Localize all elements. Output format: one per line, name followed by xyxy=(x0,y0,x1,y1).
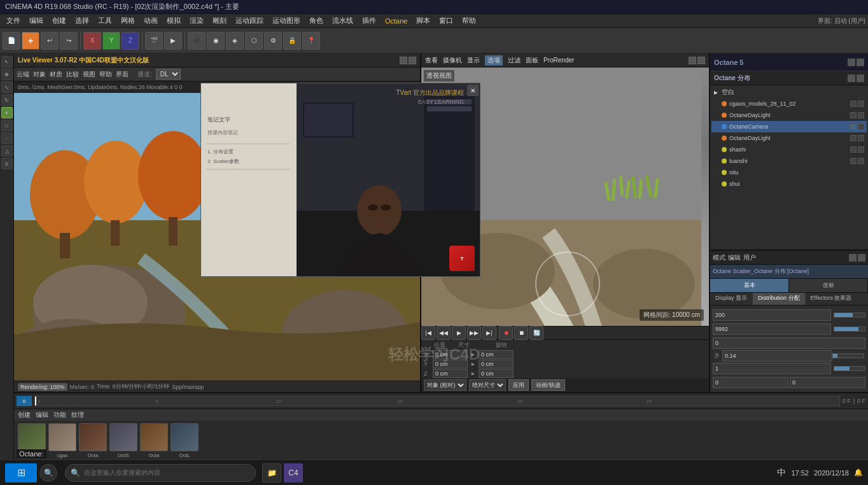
menu-mesh[interactable]: 网格 xyxy=(117,15,139,27)
lv-object[interactable]: 对象 xyxy=(33,70,46,79)
lock-btn2[interactable] xyxy=(858,112,864,118)
menu-simulate[interactable]: 模拟 xyxy=(163,15,185,27)
mat-item-2[interactable]: Octa xyxy=(79,423,107,458)
menu-octane[interactable]: Octane xyxy=(381,16,411,26)
mat-function[interactable]: 功能 xyxy=(53,411,66,419)
menu-plugins[interactable]: 插件 xyxy=(358,15,380,27)
video-close-btn[interactable]: ✕ xyxy=(467,85,479,96)
new-btn[interactable]: 📄 xyxy=(3,32,20,50)
apply-btn[interactable]: 应用 xyxy=(508,379,529,391)
taskbar-explorer[interactable]: 📁 xyxy=(262,463,281,482)
undo-btn[interactable]: ↩ xyxy=(41,32,59,50)
menu-animate[interactable]: 动画 xyxy=(140,15,162,27)
rp-btn2[interactable] xyxy=(857,59,864,66)
props-btn1[interactable] xyxy=(849,254,857,262)
sidebar-move[interactable]: ✥ xyxy=(1,69,13,80)
field-9992-value[interactable]: 9992 xyxy=(713,323,831,335)
rp-min[interactable] xyxy=(848,74,855,82)
z-size-field[interactable] xyxy=(479,369,514,378)
vp-look[interactable]: 查看 xyxy=(425,56,438,65)
redo-btn[interactable]: ↪ xyxy=(60,32,78,50)
play-fwd[interactable]: ▶ xyxy=(452,326,466,340)
menu-script[interactable]: 脚本 xyxy=(412,15,434,27)
sidebar-tool4[interactable]: △ xyxy=(1,145,13,157)
anim-ruler[interactable]: 0 5 10 15 20 25 xyxy=(34,396,840,406)
menu-file[interactable]: 文件 xyxy=(3,15,24,27)
scene-nitu[interactable]: nitu xyxy=(711,167,867,178)
scene-shashi[interactable]: shashi xyxy=(711,144,867,155)
taskbar-cortana[interactable]: 🔍 xyxy=(39,464,57,482)
sidebar-tool1[interactable]: ✦ xyxy=(1,107,13,118)
mat-item-5[interactable]: OctL xyxy=(171,423,199,458)
menu-motion-track[interactable]: 运动跟踪 xyxy=(232,15,267,27)
scene-shui[interactable]: shui xyxy=(711,178,867,190)
lock-btn3[interactable] xyxy=(858,123,864,130)
lv-interface[interactable]: 界面 xyxy=(116,70,129,79)
scene-camera[interactable]: OctaneCamera xyxy=(711,121,867,132)
lv-compare[interactable]: 比较 xyxy=(66,70,79,79)
vp-filter[interactable]: 过滤 xyxy=(508,56,521,65)
mat-item-1[interactable]: cgax xyxy=(48,423,76,458)
animate-btn[interactable]: 动画/轨迹 xyxy=(531,379,565,391)
mat-texture[interactable]: 纹理 xyxy=(71,411,84,419)
tab-basic[interactable]: 基本 xyxy=(710,279,789,292)
y-axis[interactable]: Y xyxy=(102,32,120,50)
menu-pipeline[interactable]: 流水线 xyxy=(328,15,357,27)
next-frame[interactable]: ▶| xyxy=(482,326,496,340)
lock-btn5[interactable] xyxy=(858,146,864,153)
lv-material[interactable]: 材质 xyxy=(50,70,62,79)
align-slider[interactable] xyxy=(832,353,864,358)
vis-btn5[interactable] xyxy=(850,146,857,153)
vis-btn4[interactable] xyxy=(850,135,857,141)
tool6[interactable]: 🔒 xyxy=(283,32,301,50)
play-back[interactable]: ◀◀ xyxy=(437,326,451,340)
start-button[interactable]: ⊞ xyxy=(5,463,37,482)
render-preview[interactable]: 🎬 xyxy=(145,32,163,50)
lv-help[interactable]: 帮助 xyxy=(99,70,112,79)
sidebar-tool2[interactable]: □ xyxy=(1,120,13,131)
lock-btn4[interactable] xyxy=(858,135,864,141)
scene-daylight1[interactable]: OctaneDayLight xyxy=(711,109,867,121)
field-1-slider[interactable] xyxy=(834,366,865,371)
sidebar-select[interactable]: ↖ xyxy=(1,56,13,67)
menu-window[interactable]: 窗口 xyxy=(435,15,457,27)
menu-sculpt[interactable]: 雕刻 xyxy=(209,15,230,27)
rp-btn1[interactable] xyxy=(848,59,855,66)
menu-edit[interactable]: 编辑 xyxy=(25,15,47,27)
lock-btn[interactable] xyxy=(858,101,864,107)
sidebar-tool5[interactable]: S xyxy=(1,158,13,169)
tool4[interactable]: ⬡ xyxy=(245,32,263,50)
z-pos-field[interactable] xyxy=(433,369,468,378)
vp-minimize[interactable] xyxy=(689,57,696,64)
mat-edit[interactable]: 编辑 xyxy=(36,411,48,419)
tool7[interactable]: 📍 xyxy=(302,32,320,50)
menu-help[interactable]: 帮助 xyxy=(458,15,480,27)
tool2[interactable]: ◉ xyxy=(207,32,225,50)
mat-item-4[interactable]: Octa xyxy=(140,423,168,458)
vp-panel[interactable]: 面板 xyxy=(526,56,538,65)
render-btn[interactable]: ▶ xyxy=(164,32,182,50)
add-btn[interactable]: + xyxy=(22,32,39,50)
vis-btn2[interactable] xyxy=(850,112,857,118)
time-cursor[interactable] xyxy=(35,397,36,405)
vis-btn3[interactable] xyxy=(850,123,857,130)
scene-luanshi[interactable]: luanshi xyxy=(711,155,867,167)
vis-btn6[interactable] xyxy=(850,158,857,164)
field-9992-slider[interactable] xyxy=(834,327,865,332)
rec-btn[interactable]: ⏺ xyxy=(499,326,513,340)
field-200-value[interactable]: 200 xyxy=(713,309,831,321)
lv-maximize[interactable] xyxy=(409,57,416,64)
mat-create[interactable]: 创建 xyxy=(18,411,31,419)
subtab-effectors[interactable]: Effectors 效果器 xyxy=(806,293,858,305)
menu-character[interactable]: 角色 xyxy=(305,15,327,27)
sidebar-scale[interactable]: ⤡ xyxy=(1,81,13,93)
menu-create[interactable]: 创建 xyxy=(48,15,70,27)
field-200-slider[interactable] xyxy=(834,313,865,318)
notification-icon[interactable]: 🔔 xyxy=(854,468,863,477)
mat-item-3[interactable]: OctS xyxy=(109,423,137,458)
obj-select[interactable]: 对象 (相对) xyxy=(424,379,466,391)
scene-root[interactable]: ▶ 空白 xyxy=(711,87,867,98)
loop-btn[interactable]: 🔄 xyxy=(529,326,543,340)
menu-mograph[interactable]: 运动图形 xyxy=(269,15,304,27)
taskbar-search-bar[interactable]: 🔍 在这里输入你要搜索的内容 xyxy=(65,464,256,482)
